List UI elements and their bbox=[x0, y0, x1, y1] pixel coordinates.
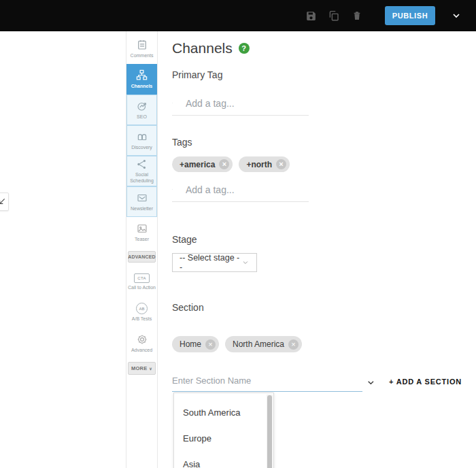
sidebar-item-advanced[interactable]: Advanced bbox=[126, 328, 157, 358]
dropdown-option[interactable]: Asia bbox=[174, 451, 273, 468]
collapse-arrow-icon bbox=[0, 197, 6, 207]
share-icon bbox=[136, 158, 148, 170]
chevron-down-icon: ∨ bbox=[149, 366, 152, 371]
section-pill-label: North America bbox=[233, 339, 284, 349]
sidebar-item-seo[interactable]: SEO bbox=[126, 95, 157, 125]
channels-panel: Channels ? Primary Tag Tags +america × +… bbox=[172, 31, 476, 468]
search-icon bbox=[172, 97, 173, 109]
remove-tag-icon[interactable]: × bbox=[219, 159, 229, 169]
tag-pill: +america × bbox=[172, 156, 233, 172]
top-toolbar: PUBLISH bbox=[0, 0, 476, 31]
tag-pill-label: +north bbox=[246, 160, 272, 169]
stage-select-value: -- Select stage -- bbox=[180, 253, 241, 272]
sidebar-item-label: Social Scheduling bbox=[127, 172, 156, 184]
chevron-down-icon bbox=[241, 258, 250, 267]
section-pill: Home × bbox=[172, 336, 219, 352]
stage-select[interactable]: -- Select stage -- bbox=[172, 253, 257, 272]
sidebar-item-label: Channels bbox=[131, 84, 154, 90]
sidebar-item-label: Discovery bbox=[131, 145, 153, 151]
section-label: Section bbox=[172, 302, 204, 313]
collapse-panel-button[interactable] bbox=[0, 193, 9, 211]
tags-input[interactable] bbox=[186, 184, 309, 195]
sidebar-item-social-scheduling[interactable]: Social Scheduling bbox=[126, 156, 157, 186]
tag-pill: +north × bbox=[239, 156, 290, 172]
sidebar-item-teaser[interactable]: Teaser bbox=[126, 217, 157, 248]
sidebar-item-label: Newsletter bbox=[130, 206, 154, 212]
tags-label: Tags bbox=[172, 137, 192, 148]
section-dropdown: South America Europe Asia bbox=[173, 392, 274, 468]
duplicate-icon[interactable] bbox=[322, 4, 345, 27]
remove-section-icon[interactable]: × bbox=[205, 339, 216, 350]
sidebar-item-label: Teaser bbox=[134, 237, 150, 243]
sidebar-group-advanced[interactable]: ADVANCED bbox=[128, 251, 156, 263]
dropdown-option[interactable]: South America bbox=[174, 399, 273, 425]
stage-label: Stage bbox=[172, 234, 197, 245]
sidebar-item-call-to-action[interactable]: CTA Call to Action bbox=[126, 267, 157, 297]
cta-box-icon: CTA bbox=[134, 273, 149, 283]
section-pill-label: Home bbox=[180, 339, 201, 349]
scrollbar-thumb[interactable] bbox=[267, 395, 272, 468]
ab-circle-icon: AB bbox=[136, 303, 148, 314]
section-name-input[interactable] bbox=[172, 373, 362, 392]
section-input-row bbox=[172, 373, 376, 392]
add-section-button[interactable]: + ADD A SECTION bbox=[389, 378, 462, 386]
sidebar-item-label: Comments bbox=[130, 53, 154, 59]
primary-tag-label: Primary Tag bbox=[172, 69, 222, 80]
envelope-icon bbox=[136, 192, 148, 204]
sidebar-item-channels[interactable]: Channels bbox=[126, 64, 157, 95]
tags-search bbox=[172, 184, 309, 202]
search-icon bbox=[172, 184, 173, 195]
comments-icon bbox=[136, 39, 148, 51]
publish-button[interactable]: PUBLISH bbox=[385, 6, 435, 25]
sidebar-item-label: Advanced bbox=[131, 348, 153, 354]
primary-tag-search bbox=[172, 97, 309, 116]
group-label: ADVANCED bbox=[128, 254, 156, 259]
group-label: MORE bbox=[131, 365, 147, 371]
image-icon bbox=[136, 222, 148, 235]
save-icon[interactable] bbox=[299, 4, 322, 27]
tags-pill-row: +america × +north × bbox=[172, 156, 290, 172]
tag-pill-label: +america bbox=[180, 160, 215, 169]
section-pill: North America × bbox=[225, 336, 302, 352]
sidebar-item-ab-tests[interactable]: AB A/B Tests bbox=[126, 297, 157, 328]
help-icon[interactable]: ? bbox=[239, 43, 250, 54]
sidebar-item-label: Call to Action bbox=[127, 285, 156, 291]
binoculars-icon bbox=[136, 131, 148, 143]
sidebar-item-label: SEO bbox=[136, 114, 148, 120]
remove-tag-icon[interactable]: × bbox=[276, 159, 286, 169]
gear-icon bbox=[136, 333, 148, 346]
sidebar-item-comments[interactable]: Comments bbox=[126, 33, 157, 64]
sidebar-group-more[interactable]: MORE ∨ bbox=[128, 362, 156, 375]
delete-icon[interactable] bbox=[345, 4, 369, 27]
sidebar-item-discovery[interactable]: Discovery bbox=[126, 125, 157, 156]
section-pill-row: Home × North America × bbox=[172, 336, 302, 352]
dropdown-scrollbar[interactable] bbox=[267, 395, 273, 468]
chevron-down-icon[interactable] bbox=[366, 378, 376, 388]
page-title: Channels bbox=[172, 40, 233, 56]
remove-section-icon[interactable]: × bbox=[288, 339, 299, 350]
sidebar-item-label: A/B Tests bbox=[131, 316, 152, 322]
trend-arrow-icon bbox=[136, 100, 148, 112]
panel-header: Channels ? bbox=[172, 40, 250, 56]
sitemap-icon bbox=[135, 69, 148, 82]
chevron-down-icon[interactable] bbox=[445, 4, 468, 27]
module-sidebar: Comments Channels SEO Discovery Social S… bbox=[126, 31, 158, 468]
dropdown-option[interactable]: Europe bbox=[174, 425, 273, 451]
primary-tag-input[interactable] bbox=[186, 98, 309, 109]
sidebar-item-newsletter[interactable]: Newsletter bbox=[126, 186, 157, 217]
